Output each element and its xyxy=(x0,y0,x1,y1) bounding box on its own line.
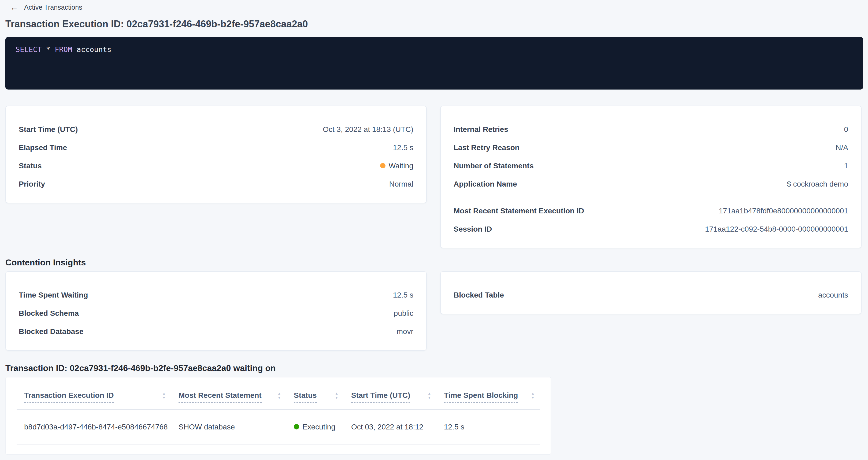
sort-icon: ▲▼ xyxy=(428,390,431,399)
status-text: Executing xyxy=(302,423,335,431)
session-id-link[interactable]: 171aa122-c092-54b8-0000-000000000001 xyxy=(705,223,848,234)
breadcrumb-label: Active Transactions xyxy=(24,4,82,11)
row-priority: Priority Normal xyxy=(19,179,413,189)
column-label: Time Spent Blocking xyxy=(444,390,518,403)
cell-status: Executing xyxy=(286,409,344,444)
column-label: Start Time (UTC) xyxy=(351,390,410,403)
status-text: Waiting xyxy=(389,160,413,171)
page-title: Transaction Execution ID: 02ca7931-f246-… xyxy=(5,17,308,31)
row-value: N/A xyxy=(836,142,848,153)
row-label: Blocked Schema xyxy=(19,308,79,318)
contention-cards-row: Time Spent Waiting 12.5 s Blocked Schema… xyxy=(5,271,862,350)
row-value: accounts xyxy=(818,289,848,300)
row-blocked-schema: Blocked Schema public xyxy=(19,308,413,318)
cell-transaction-execution-id: b8d7d03a-d497-446b-8474-e50846674768 xyxy=(17,409,171,444)
sort-icon: ▲▼ xyxy=(277,390,281,399)
row-start-time: Start Time (UTC) Oct 3, 2022 at 18:13 (U… xyxy=(19,124,413,134)
sort-icon: ▲▼ xyxy=(531,390,534,399)
row-blocked-database: Blocked Database movr xyxy=(19,326,413,337)
waiting-transactions-table-card: Transaction Execution ID ▲▼ Most Recent … xyxy=(5,377,551,455)
overview-cards-row: Start Time (UTC) Oct 3, 2022 at 18:13 (U… xyxy=(5,105,862,248)
contention-blocked-table-card: Blocked Table accounts xyxy=(440,271,862,314)
row-value: Oct 3, 2022 at 18:13 (UTC) xyxy=(323,124,413,134)
cell-time-spent-blocking: 12.5 s xyxy=(436,409,540,444)
column-header-status[interactable]: Status ▲▼ xyxy=(286,377,344,409)
column-header-transaction-execution-id[interactable]: Transaction Execution ID ▲▼ xyxy=(17,377,171,409)
sql-keyword-from: FROM xyxy=(55,45,72,54)
contention-insights-heading: Contention Insights xyxy=(5,257,86,269)
sort-icon: ▲▼ xyxy=(162,390,166,399)
waiting-on-heading: Transaction ID: 02ca7931-f246-469b-b2fe-… xyxy=(5,362,276,374)
sql-statement: SELECT * FROM accounts xyxy=(16,45,112,54)
row-label: Elapsed Time xyxy=(19,142,67,153)
row-value: Normal xyxy=(389,179,413,189)
executing-status-dot-icon xyxy=(294,424,299,429)
row-label: Status xyxy=(19,160,42,171)
waiting-transactions-table: Transaction Execution ID ▲▼ Most Recent … xyxy=(17,377,540,444)
cell-start-time: Oct 03, 2022 at 18:12 xyxy=(344,409,436,444)
contention-waiting-card: Time Spent Waiting 12.5 s Blocked Schema… xyxy=(5,271,427,350)
column-header-most-recent-statement[interactable]: Most Recent Statement ▲▼ xyxy=(171,377,286,409)
active-transaction-details-page: ← Active Transactions Transaction Execut… xyxy=(0,0,868,460)
sql-operator: * xyxy=(42,45,55,54)
row-value: $ cockroach demo xyxy=(787,179,848,189)
status-badge: Executing xyxy=(294,423,344,431)
row-label: Session ID xyxy=(454,223,492,234)
statement-execution-id-link[interactable]: 171aa1b478fdf0e80000000000000001 xyxy=(719,205,848,216)
row-value: 12.5 s xyxy=(393,289,413,300)
row-time-spent-waiting: Time Spent Waiting 12.5 s xyxy=(19,289,413,300)
row-value: movr xyxy=(397,326,413,337)
table-row: b8d7d03a-d497-446b-8474-e50846674768 SHO… xyxy=(17,409,540,444)
column-label: Status xyxy=(294,390,317,403)
column-label: Most Recent Statement xyxy=(179,390,261,403)
column-header-time-spent-blocking[interactable]: Time Spent Blocking ▲▼ xyxy=(436,377,540,409)
row-label: Blocked Database xyxy=(19,326,83,337)
row-most-recent-statement-execution-id: Most Recent Statement Execution ID 171aa… xyxy=(454,205,848,216)
row-elapsed-time: Elapsed Time 12.5 s xyxy=(19,142,413,153)
column-label: Transaction Execution ID xyxy=(24,390,114,403)
row-label: Priority xyxy=(19,179,45,189)
transaction-overview-card: Start Time (UTC) Oct 3, 2022 at 18:13 (U… xyxy=(5,105,427,203)
row-status: Status Waiting xyxy=(19,160,413,171)
cell-most-recent-statement: SHOW database xyxy=(171,409,286,444)
row-internal-retries: Internal Retries 0 xyxy=(454,124,848,134)
row-label: Internal Retries xyxy=(454,124,508,134)
status-badge: Waiting xyxy=(380,160,413,171)
row-session-id: Session ID 171aa122-c092-54b8-0000-00000… xyxy=(454,223,848,234)
row-value: 1 xyxy=(844,160,848,171)
sql-table-name: accounts xyxy=(72,45,111,54)
sql-statement-box: SELECT * FROM accounts xyxy=(5,37,863,90)
row-label: Last Retry Reason xyxy=(454,142,520,153)
row-label: Number of Statements xyxy=(454,160,534,171)
row-label: Time Spent Waiting xyxy=(19,289,88,300)
left-arrow-icon: ← xyxy=(10,4,18,11)
row-label: Application Name xyxy=(454,179,517,189)
table-header-row: Transaction Execution ID ▲▼ Most Recent … xyxy=(17,377,540,409)
back-link-active-transactions[interactable]: ← Active Transactions xyxy=(10,4,82,11)
row-application-name: Application Name $ cockroach demo xyxy=(454,179,848,189)
row-value: 0 xyxy=(844,124,848,134)
row-value: public xyxy=(394,308,413,318)
row-label: Blocked Table xyxy=(454,289,504,300)
row-number-of-statements: Number of Statements 1 xyxy=(454,160,848,171)
card-divider xyxy=(454,197,848,197)
row-blocked-table: Blocked Table accounts xyxy=(454,289,848,300)
sort-icon: ▲▼ xyxy=(335,390,338,399)
transaction-details-card: Internal Retries 0 Last Retry Reason N/A… xyxy=(440,105,862,248)
sql-keyword-select: SELECT xyxy=(16,45,42,54)
row-label: Most Recent Statement Execution ID xyxy=(454,205,584,216)
row-label: Start Time (UTC) xyxy=(19,124,78,134)
column-header-start-time[interactable]: Start Time (UTC) ▲▼ xyxy=(344,377,436,409)
row-last-retry-reason: Last Retry Reason N/A xyxy=(454,142,848,153)
row-value: 12.5 s xyxy=(393,142,413,153)
waiting-status-dot-icon xyxy=(380,163,385,168)
